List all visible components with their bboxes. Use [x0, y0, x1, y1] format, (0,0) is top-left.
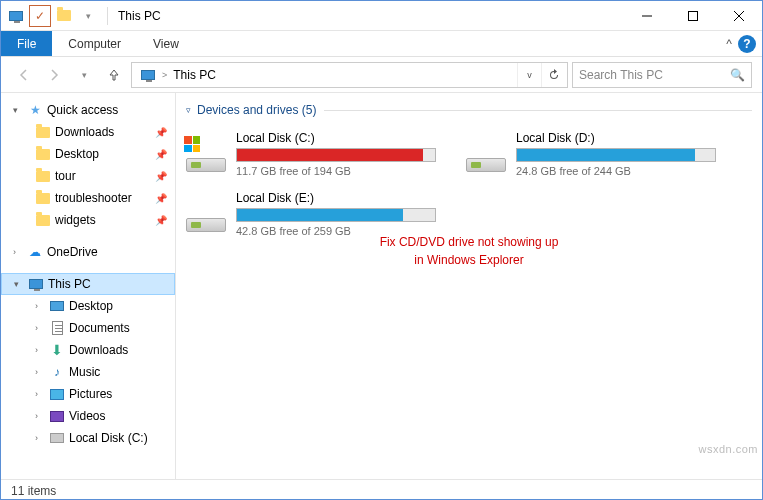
- status-item-count: 11 items: [11, 484, 56, 498]
- item-icon: ♪: [49, 364, 65, 380]
- forward-button[interactable]: [41, 62, 67, 88]
- breadcrumb-location[interactable]: This PC: [167, 68, 222, 82]
- folder-icon: [35, 124, 51, 140]
- drive-icon: [184, 136, 226, 172]
- pin-icon: 📌: [155, 215, 167, 226]
- tab-computer[interactable]: Computer: [52, 31, 137, 56]
- ribbon-collapse-icon[interactable]: ^: [726, 37, 732, 51]
- item-label: Documents: [69, 321, 130, 335]
- qat-properties-checked[interactable]: ✓: [29, 5, 51, 27]
- overlay-line-1: Fix CD/DVD drive not showing up: [176, 233, 762, 251]
- sidebar-pc-item[interactable]: ›Pictures: [1, 383, 175, 405]
- item-label: Desktop: [55, 147, 99, 161]
- overlay-line-2: in Windows Explorer: [176, 251, 762, 269]
- search-placeholder: Search This PC: [579, 68, 663, 82]
- drive-free-text: 11.7 GB free of 194 GB: [236, 165, 436, 177]
- expand-arrow-icon[interactable]: ▾: [14, 279, 24, 289]
- expand-arrow-icon[interactable]: ›: [35, 389, 45, 399]
- sidebar-quick-access[interactable]: ▾ ★ Quick access: [1, 99, 175, 121]
- location-icon: [138, 65, 158, 85]
- qat-overflow[interactable]: ▾: [77, 5, 99, 27]
- quick-access-star-icon: ★: [27, 102, 43, 118]
- pin-icon: 📌: [155, 171, 167, 182]
- group-header-devices[interactable]: ▿ Devices and drives (5): [176, 99, 762, 121]
- item-label: Pictures: [69, 387, 112, 401]
- titlebar: ✓ ▾ This PC: [1, 1, 762, 31]
- minimize-button[interactable]: [624, 1, 670, 30]
- address-bar[interactable]: > This PC v: [131, 62, 568, 88]
- windows-logo-icon: [184, 136, 200, 152]
- drive-usage-bar: [236, 208, 436, 222]
- expand-arrow-icon[interactable]: ›: [35, 301, 45, 311]
- this-pc-icon: [28, 276, 44, 292]
- expand-arrow-icon[interactable]: ›: [35, 345, 45, 355]
- this-pc-label: This PC: [48, 277, 91, 291]
- item-label: Downloads: [69, 343, 128, 357]
- expand-arrow-icon[interactable]: ▾: [13, 105, 23, 115]
- sidebar-pc-item[interactable]: ›Documents: [1, 317, 175, 339]
- item-icon: [49, 320, 65, 336]
- drive-name: Local Disk (D:): [516, 131, 716, 145]
- sidebar-qa-item[interactable]: tour📌: [1, 165, 175, 187]
- drive-icon: [184, 196, 226, 232]
- item-icon: [49, 430, 65, 446]
- main-body: ▾ ★ Quick access Downloads📌Desktop📌tour📌…: [1, 93, 762, 479]
- quick-access-toolbar: ✓ ▾: [1, 5, 103, 27]
- folder-icon: [35, 168, 51, 184]
- sidebar-qa-item[interactable]: troubleshooter📌: [1, 187, 175, 209]
- folder-icon: [35, 212, 51, 228]
- drives-container: Local Disk (C:)11.7 GB free of 194 GBLoc…: [176, 121, 762, 247]
- sidebar-pc-item[interactable]: ›Desktop: [1, 295, 175, 317]
- qat-new-folder[interactable]: [53, 5, 75, 27]
- search-icon: 🔍: [730, 68, 745, 82]
- navigation-bar: ▾ > This PC v Search This PC 🔍: [1, 57, 762, 93]
- sidebar-pc-item[interactable]: ›Local Disk (C:): [1, 427, 175, 449]
- item-icon: ⬇: [49, 342, 65, 358]
- back-button[interactable]: [11, 62, 37, 88]
- recent-locations-button[interactable]: ▾: [71, 62, 97, 88]
- refresh-button[interactable]: [541, 63, 565, 87]
- collapse-arrow-icon[interactable]: ▿: [186, 105, 191, 115]
- drive-info: Local Disk (C:)11.7 GB free of 194 GB: [236, 131, 436, 177]
- sidebar-pc-item[interactable]: ›⬇Downloads: [1, 339, 175, 361]
- quick-access-label: Quick access: [47, 103, 118, 117]
- close-button[interactable]: [716, 1, 762, 30]
- sidebar-qa-item[interactable]: Downloads📌: [1, 121, 175, 143]
- separator: [107, 7, 108, 25]
- item-icon: [49, 408, 65, 424]
- sidebar-qa-item[interactable]: widgets📌: [1, 209, 175, 231]
- item-icon: [49, 386, 65, 402]
- tab-view[interactable]: View: [137, 31, 195, 56]
- drive-name: Local Disk (C:): [236, 131, 436, 145]
- folder-icon: [35, 190, 51, 206]
- overlay-article-title: Fix CD/DVD drive not showing up in Windo…: [176, 233, 762, 269]
- expand-arrow-icon[interactable]: ›: [35, 367, 45, 377]
- qat-app-icon[interactable]: [5, 5, 27, 27]
- drive-info: Local Disk (D:)24.8 GB free of 244 GB: [516, 131, 716, 177]
- sidebar-pc-item[interactable]: ›Videos: [1, 405, 175, 427]
- drive-info: Local Disk (E:)42.8 GB free of 259 GB: [236, 191, 436, 237]
- expand-arrow-icon[interactable]: ›: [13, 247, 23, 257]
- help-button[interactable]: ?: [738, 35, 756, 53]
- drive-item[interactable]: Local Disk (C:)11.7 GB free of 194 GB: [180, 127, 440, 181]
- drive-item[interactable]: Local Disk (D:)24.8 GB free of 244 GB: [460, 127, 720, 181]
- up-button[interactable]: [101, 62, 127, 88]
- maximize-button[interactable]: [670, 1, 716, 30]
- expand-arrow-icon[interactable]: ›: [35, 323, 45, 333]
- sidebar-this-pc[interactable]: ▾ This PC: [1, 273, 175, 295]
- expand-arrow-icon[interactable]: ›: [35, 433, 45, 443]
- expand-arrow-icon[interactable]: ›: [35, 411, 45, 421]
- pin-icon: 📌: [155, 193, 167, 204]
- tab-file[interactable]: File: [1, 31, 52, 56]
- sidebar-qa-item[interactable]: Desktop📌: [1, 143, 175, 165]
- search-box[interactable]: Search This PC 🔍: [572, 62, 752, 88]
- item-label: Downloads: [55, 125, 114, 139]
- pin-icon: 📌: [155, 127, 167, 138]
- sidebar-onedrive[interactable]: › ☁ OneDrive: [1, 241, 175, 263]
- sidebar-pc-item[interactable]: ›♪Music: [1, 361, 175, 383]
- onedrive-cloud-icon: ☁: [27, 244, 43, 260]
- item-icon: [49, 298, 65, 314]
- group-divider: [324, 110, 752, 111]
- folder-icon: [35, 146, 51, 162]
- address-dropdown-icon[interactable]: v: [517, 63, 541, 87]
